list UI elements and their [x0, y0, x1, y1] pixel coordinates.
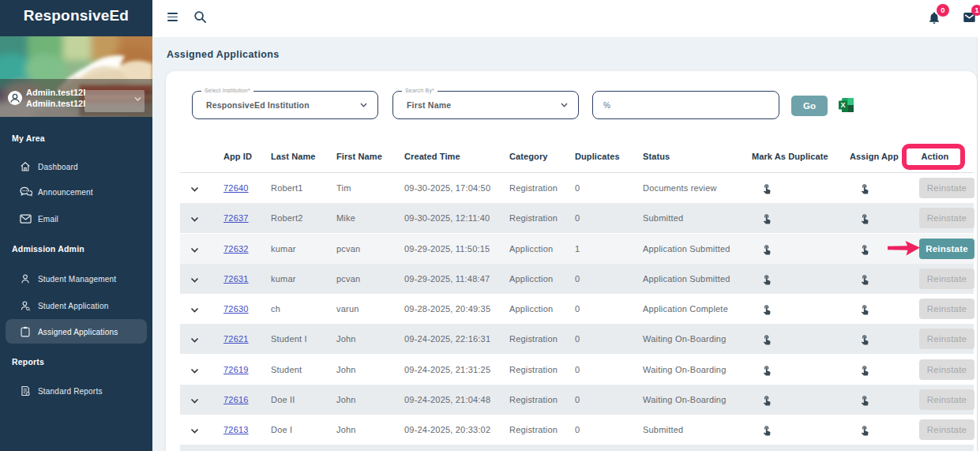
svg-text:X: X [840, 101, 845, 109]
